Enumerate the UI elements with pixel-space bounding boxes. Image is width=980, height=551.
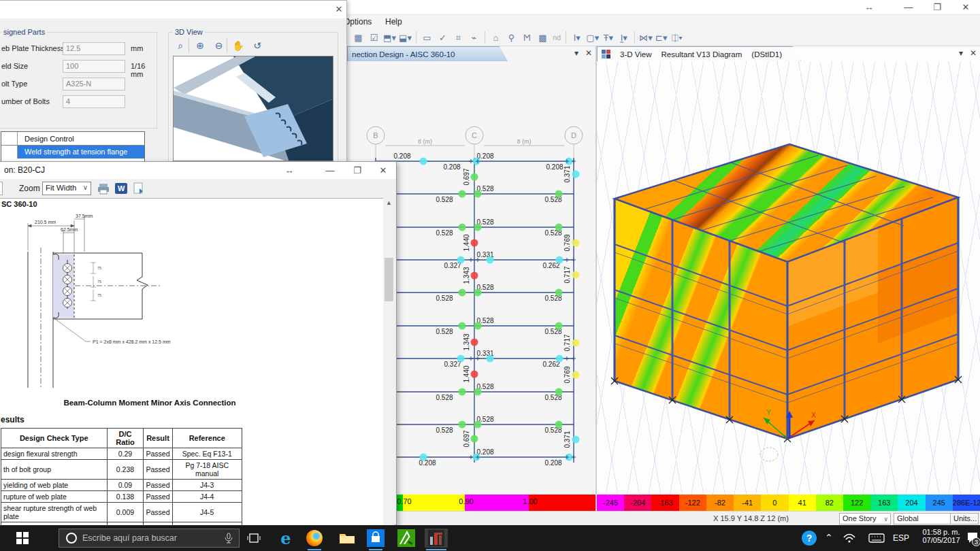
tab-connection-design[interactable]: nection Design - AISC 360-10 xyxy=(347,46,508,61)
microphone-icon[interactable] xyxy=(224,533,233,544)
taskbar: Escribe aquí para buscar e ? ⌃ xyxy=(0,525,980,551)
view3d-tool-2-icon[interactable]: ⊖ xyxy=(211,38,227,53)
view3d-tool-4-icon[interactable]: ↺ xyxy=(249,38,265,53)
time-label: 01:58 p. m. xyxy=(920,528,962,536)
dialog-titlebar: ✕ xyxy=(0,1,346,18)
toolbar-icon-0[interactable]: ▦ xyxy=(351,31,365,44)
force-legend-segment: 163 xyxy=(870,495,898,511)
svg-text:1.440: 1.440 xyxy=(463,365,470,382)
view3d-tool-0-icon[interactable]: ⌕ xyxy=(173,38,189,53)
file-explorer-icon xyxy=(339,531,355,545)
toolbar-icon-6[interactable]: ✓ xyxy=(436,31,450,44)
report-maximize-button[interactable]: ❐ xyxy=(347,165,368,177)
toolbar-icon-7[interactable]: ⌗ xyxy=(451,31,466,44)
chevron-down-icon: ∨ xyxy=(83,184,88,191)
toolbar-icon-12[interactable]: Ϻ xyxy=(520,31,534,44)
view3d-tool-1-icon[interactable]: ⊕ xyxy=(192,38,208,53)
report-scrollbar[interactable]: ▲ xyxy=(383,198,395,526)
field-input-2[interactable]: A325-N xyxy=(63,78,125,90)
force-legend-segment: 122 xyxy=(843,495,870,511)
units-button[interactable]: Units... xyxy=(950,513,979,524)
svg-text:0.528: 0.528 xyxy=(436,196,453,203)
etabs-app-button[interactable] xyxy=(425,529,448,548)
scroll-thumb[interactable] xyxy=(385,258,393,301)
keyboard-icon[interactable] xyxy=(868,533,885,543)
report-minimize-button[interactable]: — xyxy=(320,165,340,177)
notification-badge: 3 xyxy=(972,537,980,546)
maximize-button[interactable]: ❐ xyxy=(927,1,947,14)
file-explorer-button[interactable] xyxy=(337,529,357,548)
svg-text:75: 75 xyxy=(97,266,101,270)
edge-button[interactable]: e xyxy=(276,529,296,548)
toolbar-icon-16[interactable]: I▾ xyxy=(570,31,584,44)
field-input-1[interactable]: 100 xyxy=(63,60,125,73)
design-control-table: Design Control Weld strength at tension … xyxy=(1,131,145,162)
search-input[interactable]: Escribe aquí para buscar xyxy=(59,529,240,548)
report-close-button[interactable]: ✕ xyxy=(373,165,393,177)
svg-text:0.717: 0.717 xyxy=(564,266,571,283)
dialog-close-icon[interactable]: ✕ xyxy=(329,3,349,16)
design-control-selected-row[interactable]: Weld strength at tension flange xyxy=(1,146,144,158)
start-button[interactable] xyxy=(12,529,33,548)
field-input-0[interactable]: 12.5 xyxy=(63,42,125,55)
task-view-button[interactable] xyxy=(244,529,264,548)
store-icon xyxy=(367,529,385,547)
svg-text:0.697: 0.697 xyxy=(463,430,470,447)
toolbar-icon-21[interactable]: ⋈▾ xyxy=(638,31,653,44)
report-page[interactable]: SC 360-10 xyxy=(0,198,384,526)
results-col-header: Design Check Type xyxy=(1,429,108,448)
report-resize-icon[interactable]: ↔ xyxy=(279,165,299,177)
building-3d-canvas[interactable]: Y X xyxy=(597,61,980,495)
export-page-icon[interactable] xyxy=(132,182,146,195)
firefox-running-indicator xyxy=(308,549,321,550)
toolbar-icon-13[interactable]: ▩ xyxy=(536,31,550,44)
tab-case-label: (DStID1) xyxy=(751,47,782,62)
tab-3d-view[interactable]: 3-D View Resultant V13 Diagram (DStID1) xyxy=(597,46,801,61)
tray-expand-icon[interactable]: ⌃ xyxy=(825,532,833,543)
table-row: rupture of web plate0.138PassedJ4-4 xyxy=(1,491,242,503)
word-export-icon[interactable]: W xyxy=(114,182,128,195)
page-select[interactable]: ∨ xyxy=(0,182,3,195)
resize-icon[interactable]: ↔ xyxy=(859,1,879,14)
minimize-button[interactable]: — xyxy=(898,1,919,14)
toolbar-icon-18[interactable]: Ŧ▾ xyxy=(601,31,615,44)
toolbar-icon-1[interactable]: ☑ xyxy=(367,31,381,44)
toolbar-icon-10[interactable]: ⌂ xyxy=(489,31,503,44)
svg-text:0.208: 0.208 xyxy=(544,459,561,467)
print-icon[interactable] xyxy=(97,182,110,195)
firefox-button[interactable] xyxy=(304,529,325,548)
table-row: yielding of web plate0.09PassedJ4-3 xyxy=(1,480,242,491)
zoom-select-value: Fit Width xyxy=(46,184,76,192)
help-tray-button[interactable]: ? xyxy=(799,529,819,548)
close-button[interactable]: ✕ xyxy=(956,1,976,14)
toolbar-icon-11[interactable]: ⚲ xyxy=(504,31,519,44)
toolbar-disabled-text: nd xyxy=(551,33,563,41)
field-input-3[interactable]: 4 xyxy=(63,95,125,108)
svg-text:0.528: 0.528 xyxy=(436,427,453,434)
green-app-button[interactable] xyxy=(396,529,416,548)
language-indicator[interactable]: ESP xyxy=(893,533,909,543)
svg-text:D: D xyxy=(571,131,576,139)
toolbar-icon-17[interactable]: ▢▾ xyxy=(585,31,600,44)
toolbar-icon-5[interactable]: ▭ xyxy=(420,31,434,44)
toolbar-icon-19[interactable]: Ḭ▾ xyxy=(617,31,631,44)
v3d-tab-controls[interactable]: ▾✕ xyxy=(959,48,980,58)
toolbar-icon-23[interactable]: ⎅▾ xyxy=(670,31,684,44)
wifi-icon[interactable] xyxy=(843,533,856,544)
clock[interactable]: 01:58 p. m. 07/05/2017 xyxy=(920,528,962,544)
connection-3d-preview[interactable] xyxy=(173,56,333,161)
story-select[interactable]: One Story∨ xyxy=(839,513,891,524)
scroll-up-icon[interactable]: ▲ xyxy=(383,199,395,206)
view3d-tool-3-icon[interactable]: ✋ xyxy=(230,38,246,53)
drawing-title: Beam-Column Moment Minor Axis Connection xyxy=(20,399,279,407)
svg-text:8 (m): 8 (m) xyxy=(418,138,432,145)
toolbar-icon-2[interactable]: ⬒▾ xyxy=(382,31,397,44)
toolbar-icon-3[interactable]: ⬓▾ xyxy=(398,31,412,44)
menu-help[interactable]: Help xyxy=(381,16,406,28)
toolbar-icon-22[interactable]: ⊏▾ xyxy=(654,31,668,44)
svg-text:0.208: 0.208 xyxy=(476,448,493,456)
toolbar-icon-8[interactable]: ⌁ xyxy=(467,31,481,44)
svg-text:Y: Y xyxy=(766,409,771,416)
store-button[interactable] xyxy=(365,529,386,548)
zoom-select[interactable]: Fit Width∨ xyxy=(42,182,91,195)
